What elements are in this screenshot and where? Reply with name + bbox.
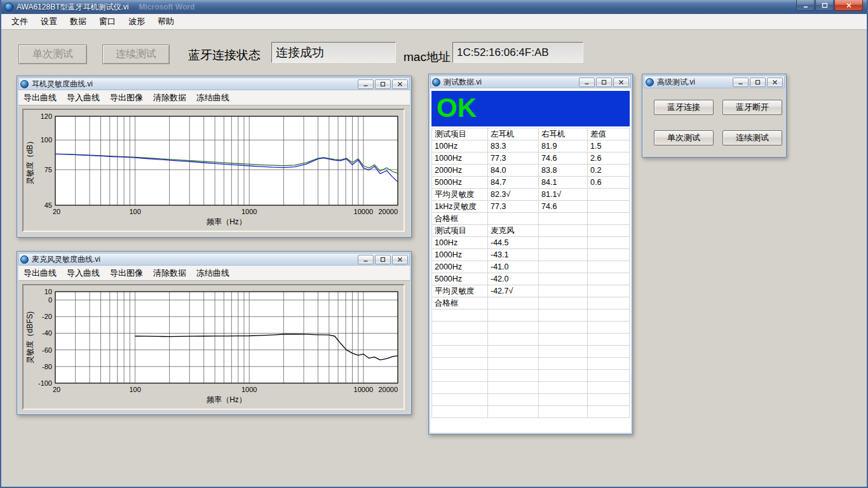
table-cell[interactable]: [488, 309, 539, 322]
main-menu-item-1[interactable]: 文件: [5, 13, 34, 30]
mic-sensitivity-chart[interactable]: 100-20-40-60-80-1002010010001000020000频率…: [22, 284, 405, 410]
table-cell[interactable]: 74.6: [539, 152, 588, 165]
table-cell[interactable]: [588, 406, 630, 418]
main-titlebar[interactable]: AWA6128BT型蓝牙耳机测试仪.vi Microsoft Word: [1, 0, 867, 14]
headphone-menu-item-3[interactable]: 导出图像: [105, 90, 148, 106]
headphone-window-titlebar[interactable]: 耳机灵敏度曲线.vi: [18, 78, 410, 90]
table-cell[interactable]: [432, 394, 488, 406]
table-cell[interactable]: [432, 346, 488, 358]
advanced-window-titlebar[interactable]: 高级测试.vi: [644, 76, 785, 88]
table-cell[interactable]: [539, 261, 588, 273]
table-cell[interactable]: [488, 213, 539, 225]
close-icon[interactable]: [613, 78, 629, 87]
table-cell[interactable]: 83.8: [539, 165, 588, 177]
table-cell[interactable]: -42.7√: [488, 285, 539, 297]
table-cell[interactable]: [588, 273, 630, 285]
table-cell[interactable]: [488, 346, 539, 358]
table-cell[interactable]: [488, 406, 539, 418]
table-cell[interactable]: 83.3: [488, 140, 539, 152]
table-cell[interactable]: [588, 249, 630, 261]
table-cell[interactable]: [539, 237, 588, 249]
table-cell[interactable]: [588, 394, 630, 406]
table-cell[interactable]: [432, 370, 488, 382]
mic-menu-item-3[interactable]: 导出图像: [105, 265, 148, 281]
table-cell[interactable]: [588, 189, 630, 201]
close-icon[interactable]: [392, 79, 408, 89]
table-cell[interactable]: [488, 382, 539, 394]
minimize-icon[interactable]: [358, 255, 374, 264]
table-cell[interactable]: [432, 406, 488, 418]
table-cell[interactable]: [432, 309, 488, 322]
main-menu-item-3[interactable]: 数据: [64, 13, 93, 30]
table-cell[interactable]: [588, 322, 630, 334]
mic-menu-item-5[interactable]: 冻结曲线: [191, 265, 234, 281]
test-data-table[interactable]: 测试项目左耳机右耳机差值100Hz83.381.91.51000Hz77.374…: [431, 128, 630, 418]
table-cell[interactable]: -41.0: [488, 261, 539, 273]
table-cell[interactable]: [588, 237, 630, 249]
table-cell[interactable]: -43.1: [488, 249, 539, 261]
table-cell[interactable]: [539, 249, 588, 261]
table-cell[interactable]: 合格框: [432, 213, 488, 225]
table-cell[interactable]: [432, 382, 488, 394]
table-cell[interactable]: [588, 213, 630, 225]
table-cell[interactable]: [539, 297, 588, 309]
table-cell[interactable]: 合格框: [432, 297, 488, 309]
table-cell[interactable]: [539, 322, 588, 334]
table-cell[interactable]: [539, 394, 588, 406]
advanced-bt-disconnect-button[interactable]: 蓝牙断开: [722, 100, 782, 115]
table-cell[interactable]: 1000Hz: [432, 249, 488, 261]
table-cell[interactable]: 77.3: [488, 201, 539, 213]
mic-window-titlebar[interactable]: 麦克风灵敏度曲线.vi: [18, 253, 410, 266]
table-cell[interactable]: [539, 346, 588, 358]
mac-address-field[interactable]: [452, 42, 583, 63]
bt-status-field[interactable]: [271, 42, 396, 63]
mic-menu-item-1[interactable]: 导出曲线: [18, 265, 62, 281]
table-cell[interactable]: 测试项目: [432, 225, 488, 237]
maximize-icon[interactable]: [375, 79, 391, 89]
headphone-menu-item-4[interactable]: 清除数据: [148, 90, 191, 106]
table-cell[interactable]: [539, 406, 588, 418]
advanced-single-test-button[interactable]: 单次测试: [654, 130, 714, 146]
table-cell[interactable]: [488, 297, 539, 309]
table-cell[interactable]: 5000Hz: [432, 177, 488, 189]
single-test-button[interactable]: 单次测试: [18, 44, 87, 64]
test-data-window-titlebar[interactable]: 测试数据.vi: [430, 76, 631, 88]
table-cell[interactable]: 5000Hz: [432, 273, 488, 285]
table-cell[interactable]: 84.7: [488, 177, 539, 189]
close-icon[interactable]: [767, 78, 783, 87]
table-cell[interactable]: 84.0: [488, 165, 539, 177]
table-cell[interactable]: [539, 334, 588, 346]
table-cell[interactable]: 1000Hz: [432, 152, 488, 165]
table-cell[interactable]: [588, 382, 630, 394]
mic-menu-item-2[interactable]: 导入曲线: [62, 265, 105, 281]
table-cell[interactable]: [539, 273, 588, 285]
minimize-icon[interactable]: [796, 0, 815, 11]
table-cell[interactable]: [588, 261, 630, 273]
table-cell[interactable]: [539, 358, 588, 370]
main-menu-item-4[interactable]: 窗口: [93, 13, 122, 30]
table-cell[interactable]: 0.6: [588, 177, 630, 189]
main-menu-item-6[interactable]: 帮助: [151, 13, 180, 30]
headphone-menu-item-2[interactable]: 导入曲线: [62, 90, 105, 106]
advanced-bt-connect-button[interactable]: 蓝牙连接: [654, 100, 714, 115]
continuous-test-button[interactable]: 连续测试: [102, 44, 170, 64]
table-cell[interactable]: [432, 322, 488, 334]
table-cell[interactable]: [539, 370, 588, 382]
close-icon[interactable]: [392, 255, 408, 264]
advanced-continuous-test-button[interactable]: 连续测试: [722, 130, 782, 146]
table-cell[interactable]: 1kHz灵敏度: [432, 201, 488, 213]
table-cell[interactable]: 平均灵敏度: [432, 189, 488, 201]
headphone-sensitivity-chart[interactable]: 12010075452010010001000020000频率（Hz）灵敏度（d…: [22, 109, 405, 232]
minimize-icon[interactable]: [358, 79, 374, 89]
table-cell[interactable]: 1.5: [588, 140, 630, 152]
table-cell[interactable]: [539, 213, 588, 225]
maximize-icon[interactable]: [596, 78, 612, 87]
table-cell[interactable]: [539, 382, 588, 394]
table-cell[interactable]: [588, 346, 630, 358]
table-cell[interactable]: 82.3√: [488, 189, 539, 201]
table-cell[interactable]: [539, 309, 588, 322]
table-cell[interactable]: [588, 370, 630, 382]
table-cell[interactable]: 麦克风: [488, 225, 539, 237]
table-cell[interactable]: [432, 358, 488, 370]
table-cell[interactable]: [588, 297, 630, 309]
